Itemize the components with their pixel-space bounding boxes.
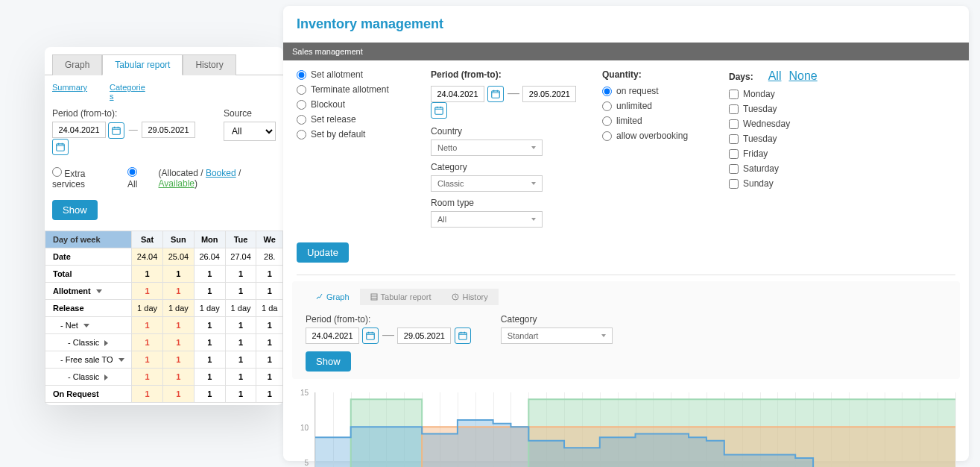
- col-header: Sun: [162, 231, 194, 248]
- roomtype-select[interactable]: All: [431, 211, 543, 228]
- date-to-input[interactable]: [142, 122, 195, 138]
- date-from-input[interactable]: [431, 86, 484, 102]
- source-select[interactable]: All: [224, 122, 276, 141]
- tab-tabular[interactable]: Tabular report: [102, 54, 183, 75]
- table-cell: 1: [162, 351, 194, 368]
- day-sunday[interactable]: Sunday: [729, 178, 878, 189]
- calendar-icon[interactable]: [362, 327, 379, 344]
- days-none-link[interactable]: None: [788, 69, 817, 83]
- table-cell: 1: [256, 368, 283, 385]
- update-button[interactable]: Update: [297, 242, 349, 263]
- filter-all[interactable]: All: [127, 167, 148, 189]
- calendar-icon[interactable]: [431, 102, 447, 119]
- calendar-icon[interactable]: [487, 86, 504, 102]
- day-saturday[interactable]: Saturday: [729, 163, 878, 174]
- col-header: Mon: [194, 231, 225, 248]
- show-button[interactable]: Show: [52, 200, 98, 220]
- calendar-icon[interactable]: [108, 122, 124, 139]
- table-cell: 1 da: [256, 299, 283, 316]
- row-label: Total: [45, 265, 132, 282]
- tab-graph[interactable]: Graph: [52, 54, 102, 75]
- section-bar: Sales management: [283, 43, 969, 60]
- table-cell: 27.04: [225, 248, 256, 265]
- qty-limited[interactable]: limited: [602, 116, 706, 126]
- table-cell: 1: [256, 282, 283, 299]
- action-set-allotment[interactable]: Set allotment: [297, 69, 408, 80]
- day-wednesday[interactable]: Wednesday: [729, 119, 878, 129]
- table-cell: 26.04: [194, 248, 225, 265]
- page-title: Inventory management: [283, 6, 969, 43]
- svg-rect-1: [57, 144, 65, 151]
- tab-history[interactable]: History: [183, 54, 235, 75]
- table-cell: 1 day: [225, 299, 256, 316]
- table-cell: 1: [162, 368, 194, 385]
- table-cell: 1: [132, 333, 163, 351]
- table-cell: 1: [194, 351, 225, 368]
- table-row: Release 1 day1 day1 day1 day1 da: [45, 299, 283, 316]
- qty-unlimited[interactable]: unlimited: [602, 101, 706, 111]
- table-cell: 1: [194, 368, 225, 385]
- days-all-link[interactable]: All: [768, 69, 782, 83]
- subtab-categories[interactable]: Categories: [110, 83, 147, 101]
- table-cell: 1: [162, 265, 194, 282]
- table-cell: 1: [225, 316, 256, 333]
- row-label: - Net: [45, 316, 132, 333]
- sub-date-from[interactable]: [306, 327, 359, 344]
- y-tick: 5: [304, 458, 309, 466]
- available-link[interactable]: Available: [159, 178, 195, 189]
- date-from-input[interactable]: [52, 122, 106, 138]
- row-label: Allotment: [45, 282, 132, 299]
- table-header: Day of week: [45, 231, 132, 248]
- category-label: Category: [431, 162, 580, 172]
- table-cell: 1: [225, 351, 256, 368]
- day-tuesday[interactable]: Tuesday: [729, 104, 878, 114]
- table-cell: 25.04: [162, 248, 194, 265]
- sub-category-select[interactable]: Standart: [501, 327, 613, 344]
- subtab-history[interactable]: History: [441, 289, 498, 305]
- table-cell: 1: [194, 333, 225, 351]
- calendar-icon[interactable]: [52, 139, 69, 155]
- qty-on-request[interactable]: on request: [602, 86, 706, 96]
- inventory-panel: Inventory management Sales management Se…: [283, 6, 969, 461]
- table-cell: 1: [225, 368, 256, 385]
- filter-legend: (Allocated / Booked / Available): [159, 168, 276, 189]
- action-terminate-allotment[interactable]: Terminate allotment: [297, 84, 408, 95]
- table-cell: 1: [132, 385, 163, 402]
- category-select[interactable]: Classic: [431, 175, 543, 192]
- sub-show-button[interactable]: Show: [306, 351, 351, 372]
- subtab-graph[interactable]: Graph: [306, 289, 360, 305]
- action-set-by-default[interactable]: Set by default: [297, 129, 408, 140]
- sub-date-to[interactable]: [397, 327, 451, 344]
- action-blockout[interactable]: Blockout: [297, 99, 408, 110]
- table-cell: 1: [132, 368, 163, 385]
- source-label: Source: [224, 108, 276, 119]
- qty-allow-overbooking[interactable]: allow overbooking: [602, 131, 706, 141]
- day-monday[interactable]: Monday: [729, 89, 878, 99]
- date-to-input[interactable]: [522, 86, 576, 102]
- calendar-icon[interactable]: [455, 327, 471, 344]
- quantity-label: Quantity:: [602, 69, 706, 80]
- subtab-tabular[interactable]: Tabular report: [360, 289, 442, 305]
- period-label: Period (from-to):: [52, 108, 209, 119]
- country-select[interactable]: Netto: [431, 140, 543, 156]
- table-cell: 1: [256, 316, 283, 333]
- svg-rect-7: [459, 333, 467, 339]
- table-row: - Net 11111: [45, 316, 283, 333]
- params-column: Period (from-to): — Country Netto Catego…: [431, 69, 580, 234]
- booked-link[interactable]: Booked: [206, 168, 236, 178]
- day-friday[interactable]: Friday: [729, 148, 878, 159]
- svg-rect-2: [492, 91, 500, 98]
- table-cell: 1: [225, 333, 256, 351]
- table-cell: 1: [194, 265, 225, 282]
- y-tick: 10: [300, 424, 309, 432]
- country-label: Country: [431, 126, 580, 137]
- day-tuesday[interactable]: Tuesday: [729, 134, 878, 144]
- table-cell: 1: [225, 385, 256, 402]
- table-cell: 28.: [256, 248, 283, 265]
- filter-extra[interactable]: Extra services: [52, 167, 117, 189]
- action-set-release[interactable]: Set release: [297, 114, 408, 125]
- subtab-summary[interactable]: Summary: [52, 83, 87, 101]
- table-cell: 1 day: [132, 299, 163, 316]
- table-cell: 1 day: [162, 299, 194, 316]
- row-label: - Free sale TO: [45, 351, 132, 368]
